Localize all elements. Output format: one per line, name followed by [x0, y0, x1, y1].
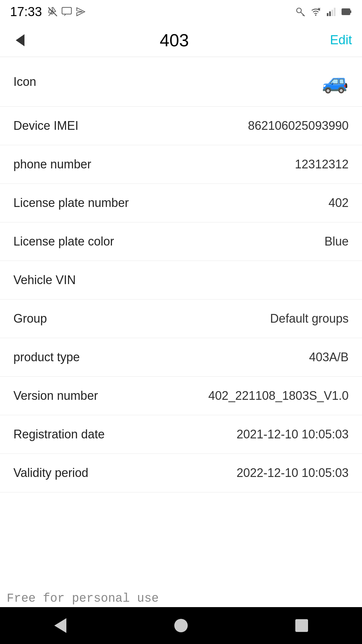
detail-label: Device IMEI — [13, 119, 78, 133]
status-icons — [47, 6, 86, 17]
detail-value: 402_221108_1803S_V1.0 — [208, 389, 349, 403]
svg-rect-10 — [329, 11, 331, 16]
detail-value: Blue — [324, 234, 349, 249]
detail-value: 2021-12-10 10:05:03 — [237, 427, 349, 441]
detail-value: Default groups — [270, 312, 349, 326]
detail-label: Group — [13, 312, 47, 326]
battery-icon — [341, 6, 352, 17]
svg-rect-14 — [342, 9, 350, 14]
flight-mode-off-icon — [47, 6, 58, 17]
header: 403 Edit — [0, 23, 362, 57]
detail-label: License plate number — [13, 196, 129, 210]
page-title: 403 — [30, 30, 318, 50]
status-bar: 17:33 — [0, 0, 362, 23]
svg-rect-11 — [331, 10, 333, 16]
detail-label: Registration date — [13, 427, 105, 441]
detail-value: 12312312 — [295, 157, 349, 171]
detail-label: License plate color — [13, 234, 114, 249]
detail-row: Registration date2021-12-10 10:05:03 — [0, 415, 362, 454]
back-nav-icon — [54, 618, 66, 633]
back-nav-button[interactable] — [47, 612, 74, 639]
detail-row: product type403A/B — [0, 338, 362, 377]
svg-point-6 — [315, 14, 316, 16]
detail-label: Validity period — [13, 466, 88, 480]
back-arrow-icon — [16, 34, 24, 46]
svg-rect-15 — [350, 10, 351, 13]
detail-row: Device IMEI862106025093990 — [0, 107, 362, 145]
detail-row: GroupDefault groups — [0, 300, 362, 338]
detail-label: Vehicle VIN — [13, 273, 76, 287]
bottom-navigation-bar — [0, 607, 362, 644]
detail-value: 862106025093990 — [248, 119, 349, 133]
status-right — [295, 6, 352, 17]
signal-icon — [326, 6, 337, 17]
detail-value: 2022-12-10 10:05:03 — [237, 466, 349, 480]
detail-value: 403A/B — [309, 350, 349, 364]
wifi-icon — [310, 6, 321, 17]
status-left: 17:33 — [10, 5, 86, 19]
svg-rect-12 — [334, 8, 336, 16]
detail-row: Icon🚙 — [0, 57, 362, 107]
key-icon — [295, 6, 306, 17]
watermark-text: Free for personal use — [0, 592, 362, 605]
detail-value: 🚙 — [322, 69, 349, 94]
detail-row: Validity period2022-12-10 10:05:03 — [0, 454, 362, 492]
detail-row: License plate colorBlue — [0, 222, 362, 261]
detail-label: phone number — [13, 157, 91, 171]
home-nav-icon — [174, 619, 188, 632]
home-nav-button[interactable] — [168, 612, 194, 639]
detail-row: License plate number402 — [0, 184, 362, 222]
detail-content: Icon🚙Device IMEI862106025093990phone num… — [0, 57, 362, 492]
recent-nav-icon — [295, 619, 308, 632]
svg-rect-1 — [62, 7, 71, 14]
detail-row: Version number402_221108_1803S_V1.0 — [0, 377, 362, 415]
detail-label: Version number — [13, 389, 98, 403]
detail-label: Icon — [13, 75, 36, 89]
detail-label: product type — [13, 350, 80, 364]
svg-rect-9 — [327, 13, 328, 16]
detail-row: Vehicle VIN — [0, 261, 362, 300]
back-button[interactable] — [10, 30, 30, 50]
svg-point-2 — [297, 8, 301, 13]
send-icon — [75, 6, 86, 17]
detail-value: 402 — [328, 196, 349, 210]
recent-nav-button[interactable] — [288, 612, 315, 639]
detail-row: phone number12312312 — [0, 145, 362, 184]
status-time: 17:33 — [10, 5, 42, 19]
message-icon — [61, 6, 72, 17]
edit-button[interactable]: Edit — [318, 33, 352, 47]
